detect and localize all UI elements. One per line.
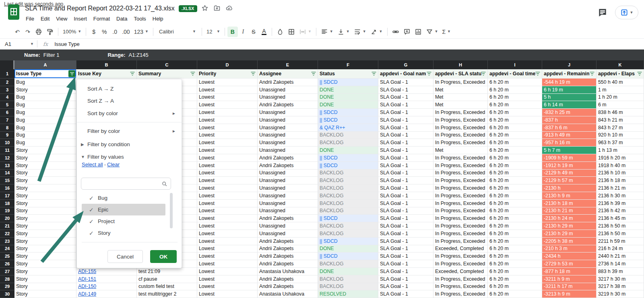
cell-F17[interactable]: BACKLOG <box>318 192 378 200</box>
cell-J28[interactable]: -3211 h 9 m <box>542 275 597 283</box>
cell-I30[interactable]: 6 h 20 m <box>488 290 542 298</box>
cell-H12[interactable]: In Progress, Exceeded <box>433 154 488 162</box>
row-number[interactable]: 14 <box>0 170 14 177</box>
cell-E4[interactable]: Unassigned <box>258 94 318 101</box>
cell-H22[interactable]: In Progress, Exceeded <box>433 230 488 238</box>
cell-D6[interactable]: Lowest <box>197 109 258 116</box>
functions-button[interactable]: Σ▼ <box>440 27 453 37</box>
cell-G21[interactable]: SLA Goal - 1 <box>378 222 433 230</box>
format-percent-button[interactable]: % <box>99 27 109 37</box>
cell-G23[interactable]: SLA Goal - 1 <box>378 238 433 245</box>
cell-J20[interactable]: -2130 h 24 m <box>542 215 597 222</box>
formula-input[interactable]: Issue Type <box>54 41 80 47</box>
ok-button[interactable]: OK <box>150 250 177 263</box>
cell-G16[interactable]: SLA Goal - 1 <box>378 184 433 192</box>
cell-E2[interactable]: Andrii Zakopets <box>258 79 318 86</box>
cell-I6[interactable]: 6 h 20 m <box>488 109 542 116</box>
font-size-button[interactable]: 12▼ <box>204 27 222 37</box>
cell-D14[interactable]: Lowest <box>197 170 258 177</box>
cell-K22[interactable]: 2136 h 50 m <box>597 230 644 238</box>
cell-A8[interactable]: Bug <box>14 124 76 132</box>
column-header-F[interactable]: F <box>318 60 378 69</box>
cell-I7[interactable]: 6 h 20 m <box>488 116 542 124</box>
print-button[interactable] <box>33 27 44 37</box>
filter-icon[interactable] <box>250 71 256 77</box>
cell-A26[interactable]: Story <box>14 260 76 268</box>
cell-A10[interactable]: Bug <box>14 139 76 147</box>
cell-H8[interactable]: In Progress, Exceeded <box>433 124 488 132</box>
insert-chart-button[interactable] <box>413 27 424 37</box>
cell-D13[interactable]: Lowest <box>197 162 258 170</box>
insert-comment-button[interactable] <box>401 27 413 37</box>
name-box[interactable]: A1 ▼ <box>0 39 37 49</box>
cell-E10[interactable]: Unassigned <box>258 139 318 147</box>
filter-value-epic[interactable]: ✓Epic <box>82 204 165 215</box>
filter-icon[interactable] <box>637 71 642 77</box>
column-header-A[interactable]: A <box>14 60 76 69</box>
menu-help[interactable]: Help <box>149 14 167 23</box>
cell-E9[interactable]: Unassigned <box>258 132 318 139</box>
row-number[interactable]: 19 <box>0 207 14 215</box>
cell-K10[interactable]: 963 h 37 m <box>597 139 644 147</box>
cell-G30[interactable]: SLA Goal - 1 <box>378 290 433 298</box>
cell-J14[interactable]: -2129 h 49 m <box>542 170 597 177</box>
filter-icon[interactable] <box>481 71 486 77</box>
cloud-saved-icon[interactable] <box>225 4 233 12</box>
cell-A15[interactable]: Story <box>14 177 76 184</box>
cell-G8[interactable]: SLA Goal - 1 <box>378 124 433 132</box>
cell-J16[interactable]: -2130 h <box>542 184 597 192</box>
cell-G13[interactable]: SLA Goal - 1 <box>378 162 433 170</box>
cell-K14[interactable]: 2136 h 10 m <box>597 170 644 177</box>
cell-B28[interactable]: ADI-151 <box>76 275 137 283</box>
cell-C28[interactable]: cf pause <box>137 275 197 283</box>
cell-D17[interactable]: Lowest <box>197 192 258 200</box>
cell-D30[interactable]: Lowest <box>197 290 258 298</box>
cell-G25[interactable]: SLA Goal - 1 <box>378 252 433 260</box>
cell-I3[interactable]: 6 h 20 m <box>488 86 542 94</box>
list-scrollbar[interactable] <box>170 193 173 228</box>
row-number[interactable]: 25 <box>0 252 14 260</box>
cell-D3[interactable]: Lowest <box>197 86 258 94</box>
menu-tools[interactable]: Tools <box>130 14 149 23</box>
cell-F26[interactable]: BACKLOG <box>318 260 378 268</box>
cell-A14[interactable]: Story <box>14 170 76 177</box>
cell-F30[interactable]: RESOLVED <box>318 290 378 298</box>
cell-F27[interactable]: DONE <box>318 268 378 275</box>
cell-G27[interactable]: SLA Goal - 1 <box>378 268 433 275</box>
cell-H7[interactable]: In Progress, Exceeded <box>433 116 488 124</box>
cell-G3[interactable]: SLA Goal - 1 <box>378 86 433 94</box>
cell-H13[interactable]: In Progress, Exceeded <box>433 162 488 170</box>
decrease-decimal-button[interactable]: .0 <box>109 27 120 37</box>
cell-K8[interactable]: 843 h 27 m <box>597 124 644 132</box>
column-header-E[interactable]: E <box>258 60 318 69</box>
cell-J3[interactable]: 6 h 19 m <box>542 86 597 94</box>
cell-J13[interactable]: -1912 h 19 m <box>542 162 597 170</box>
cell-H5[interactable]: Met <box>433 101 488 109</box>
cell-I28[interactable]: 6 h 20 m <box>488 275 542 283</box>
cell-I19[interactable]: 6 h 20 m <box>488 207 542 215</box>
cell-E28[interactable]: Andrii Zakopets <box>258 275 318 283</box>
cell-J22[interactable]: -2130 h 29 m <box>542 230 597 238</box>
text-wrapping-button[interactable]: ▼ <box>352 27 368 37</box>
cell-J24[interactable]: -210 h 3 m <box>542 245 597 253</box>
horizontal-align-button[interactable]: ▼ <box>319 27 335 37</box>
cell-I12[interactable]: 6 h 20 m <box>488 154 542 162</box>
row-number[interactable]: 10 <box>0 139 14 147</box>
cell-J25[interactable]: -2434 h <box>542 252 597 260</box>
redo-button[interactable]: ↷ <box>23 27 33 37</box>
menu-item-filter-by-values[interactable]: ▼Filter by values <box>77 151 182 162</box>
grid-corner[interactable] <box>0 60 14 69</box>
cell-F9[interactable]: BACKLOG <box>318 132 378 139</box>
cell-D19[interactable]: Lowest <box>197 207 258 215</box>
cell-G11[interactable]: SLA Goal - 1 <box>378 147 433 154</box>
cell-D16[interactable]: Lowest <box>197 184 258 192</box>
cell-G18[interactable]: SLA Goal - 1 <box>378 200 433 207</box>
column-header-H[interactable]: H <box>433 60 488 69</box>
cell-A6[interactable]: Bug <box>14 109 76 116</box>
filter-icon[interactable] <box>190 71 196 77</box>
cell-G12[interactable]: SLA Goal - 1 <box>378 154 433 162</box>
row-number[interactable]: 18 <box>0 200 14 207</box>
cell-D5[interactable]: Lowest <box>197 101 258 109</box>
cell-K7[interactable]: 843 h 21 m <box>597 116 644 124</box>
cell-A24[interactable]: Story <box>14 245 76 253</box>
